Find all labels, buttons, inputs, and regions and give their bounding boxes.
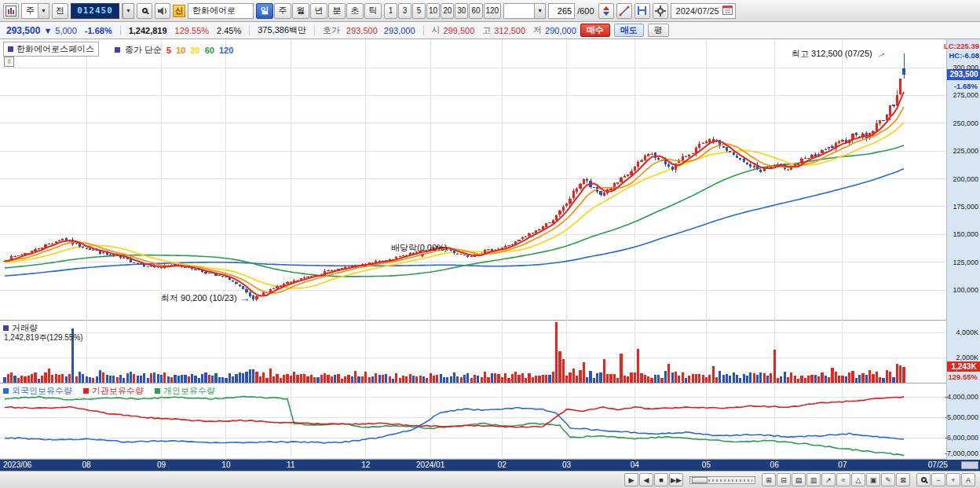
chart-forward-button[interactable]: ▶▶ <box>669 473 683 486</box>
interval-buttons: 13510203060120 <box>384 3 501 19</box>
date-tick: 05 <box>702 460 711 469</box>
chart-mode-select[interactable]: 주 ▼ <box>21 3 49 19</box>
chevron-down-icon[interactable]: ▼ <box>122 4 133 18</box>
zoom-in-button[interactable]: + <box>946 473 960 486</box>
trendline-icon[interactable] <box>616 3 632 19</box>
holdings-legend-item: 기관보유수량 <box>83 385 144 397</box>
date-tick: 12 <box>361 460 370 469</box>
list-tool-icon[interactable]: ▤ <box>792 473 806 486</box>
current-price: 293,500 <box>6 25 40 36</box>
price-axis[interactable]: LC:225.39 HC:-6.08 293,500 -1.68% 1,243K… <box>946 39 980 460</box>
chart-window-icon[interactable] <box>3 3 19 19</box>
period-tab-3[interactable]: 월 <box>292 3 309 19</box>
date-picker[interactable]: 2024/07/25 <box>671 3 736 19</box>
holdings-legend-label: 개인보유수량 <box>163 385 215 397</box>
chart-title-box[interactable]: 한화에어로스페이스 <box>3 42 99 57</box>
sell-button[interactable]: 매도 <box>614 24 644 37</box>
data-table-icon[interactable]: ⠿ <box>4 57 14 67</box>
draw-tool-icon[interactable]: ✎ <box>881 473 895 486</box>
holdings-legend-item: 개인보유수량 <box>155 385 215 397</box>
holdings-pane: 외국인보유수량기관보유수량개인보유수량 <box>0 383 946 460</box>
legend-chip-icon <box>115 47 120 53</box>
save-icon[interactable] <box>634 3 650 19</box>
code-history-dropdown[interactable]: ▼ <box>122 3 134 19</box>
period-tab-5[interactable]: 분 <box>328 3 346 19</box>
chevron-down-icon[interactable]: ▼ <box>38 4 49 18</box>
slider-handle[interactable] <box>692 477 708 483</box>
period-tab-1[interactable]: 일 <box>256 3 273 19</box>
chart-scroll-slider[interactable] <box>689 476 755 484</box>
buy-button[interactable]: 매수 <box>580 24 610 37</box>
hc-value: HC:-6.08 <box>949 51 979 60</box>
updown-arrows-icon[interactable] <box>598 3 614 19</box>
jeon-button[interactable]: 전 <box>52 3 68 19</box>
holdings-axis-label: -6,000,000 <box>945 434 978 442</box>
legend-chip-icon <box>83 388 89 394</box>
change-value: 5,000 <box>55 26 77 35</box>
ma-period-120: 120 <box>219 46 233 55</box>
date-tick: 06 <box>770 460 779 469</box>
legend-chip-icon <box>3 325 9 331</box>
interval-button-10[interactable]: 10 <box>426 3 440 19</box>
trade-value: 375,386백만 <box>258 24 306 36</box>
zoom-out-button[interactable]: − <box>931 473 945 486</box>
date-tick: 11 <box>287 460 294 469</box>
grid-tool-icon[interactable]: ⊞ <box>762 473 776 486</box>
wave-tool-icon[interactable]: ≈ <box>836 473 850 486</box>
interval-button-30[interactable]: 30 <box>455 3 468 19</box>
chart-back-button[interactable]: ◀ <box>639 473 653 486</box>
current-change-badge: -1.68% <box>954 82 978 90</box>
date-value: 2024/07/25 <box>676 6 719 16</box>
candle-count-input[interactable] <box>548 3 575 19</box>
speaker-icon[interactable] <box>155 3 170 19</box>
open-label: 시 <box>432 24 441 36</box>
turnover-ratio: 2.45% <box>217 26 241 35</box>
date-axis: 2023/0608091011122024/0102030405060707/2… <box>0 460 980 471</box>
date-tick: 2024/01 <box>416 460 444 469</box>
avg-button[interactable]: 평 <box>648 24 669 37</box>
price-axis-label: 100,000 <box>953 286 978 294</box>
chart-play-button[interactable]: ▶ <box>624 473 638 486</box>
settings-gear-icon[interactable] <box>653 3 668 19</box>
high-annotation: 최고 312,500 (07/25)→ <box>792 47 886 60</box>
open-price: 299,500 <box>444 26 475 35</box>
trendline-tool-icon[interactable]: ↗ <box>821 473 836 486</box>
search-icon[interactable] <box>137 3 152 19</box>
interval-button-5[interactable]: 5 <box>412 3 426 19</box>
period-tab-6[interactable]: 초 <box>346 3 364 19</box>
period-tab-2[interactable]: 주 <box>274 3 291 19</box>
period-tab-4[interactable]: 년 <box>310 3 327 19</box>
interval-button-60[interactable]: 60 <box>469 3 482 19</box>
chart-region: 한화에어로스페이스 종가 단순5102060120 ⠿ 최고 312,500 (… <box>0 39 980 471</box>
period-tab-7[interactable]: 틱 <box>364 3 382 19</box>
holdings-legend: 외국인보유수량기관보유수량개인보유수량 <box>3 385 215 397</box>
shape-tool-icon[interactable]: △ <box>851 473 865 486</box>
date-tick: 07/25 <box>928 460 948 469</box>
panel-tool-icon[interactable]: ▥ <box>806 473 821 486</box>
calendar-icon[interactable] <box>722 5 733 17</box>
interval-button-3[interactable]: 3 <box>398 3 411 19</box>
chevron-down-icon[interactable]: ▼ <box>534 4 545 18</box>
chart-stop-button[interactable]: ■ <box>654 473 668 486</box>
holdings-axis-label: -7,000,000 <box>945 449 978 457</box>
date-tick: 08 <box>82 460 91 469</box>
indicator-select[interactable]: ▼ <box>503 3 546 19</box>
erase-tool-icon[interactable]: ⊠ <box>896 473 910 486</box>
ma-legend-label: 종가 단순 <box>125 44 162 56</box>
axis-corner[interactable] <box>961 461 978 469</box>
zoom-icon[interactable] <box>916 473 931 486</box>
ma-period-10: 10 <box>176 46 185 55</box>
volume-chart[interactable] <box>0 321 946 383</box>
ma-legend: 종가 단순5102060120 <box>115 44 233 56</box>
box-tool-icon[interactable]: ▣ <box>866 473 880 486</box>
font-size-button[interactable]: A <box>961 473 975 486</box>
bottom-toolbar: ▶◀■▶▶ ⊞⊟▤▥↗≈△▣✎⊠ − + A <box>0 471 980 488</box>
interval-button-20[interactable]: 20 <box>441 3 454 19</box>
interval-button-120[interactable]: 120 <box>484 3 502 19</box>
legend-chip-icon <box>8 46 13 52</box>
interval-button-1[interactable]: 1 <box>384 3 397 19</box>
stock-code-input[interactable] <box>71 3 119 19</box>
layout-tool-icon[interactable]: ⊟ <box>777 473 791 486</box>
price-chart[interactable] <box>0 39 946 321</box>
low-label: 저 <box>533 24 542 36</box>
